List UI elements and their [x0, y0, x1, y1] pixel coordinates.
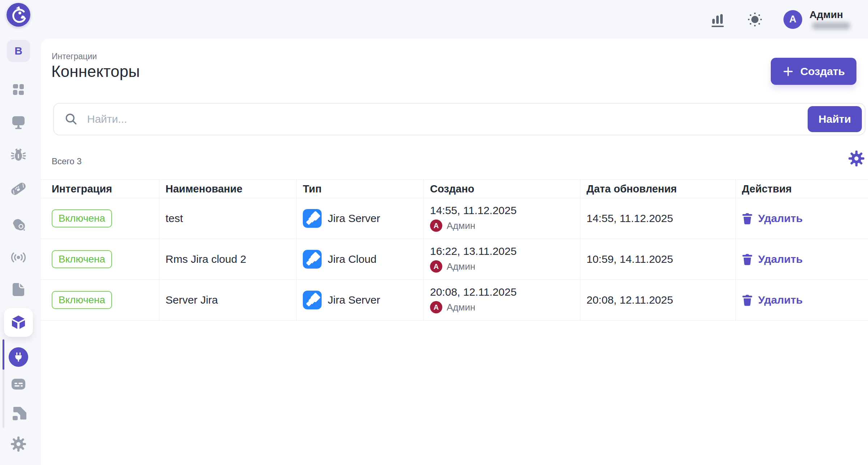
- user-name: Админ: [809, 10, 850, 20]
- col-header-created: Создано: [424, 179, 580, 198]
- theme-sun-icon[interactable]: [747, 11, 763, 28]
- dog-mascot-icon: [6, 3, 31, 27]
- delete-label: Удалить: [758, 294, 803, 306]
- col-header-type: Тип: [296, 179, 424, 198]
- sidebar-item-box[interactable]: [4, 308, 33, 337]
- sidebar-item-broadcast[interactable]: [10, 249, 26, 265]
- delete-button[interactable]: Удалить: [742, 294, 803, 306]
- sidebar-item-card[interactable]: [10, 375, 27, 393]
- search-input[interactable]: [87, 113, 808, 125]
- sidebar-item-dashboard[interactable]: [10, 82, 26, 97]
- table-settings-gear-icon[interactable]: [848, 150, 865, 169]
- trash-icon: [742, 294, 753, 306]
- col-header-actions: Действия: [735, 179, 868, 198]
- create-button-label: Создать: [800, 65, 845, 78]
- author-name: Админ: [447, 302, 475, 313]
- user-subtitle-redacted: [812, 22, 850, 29]
- user-menu[interactable]: A Админ: [783, 10, 850, 29]
- author: А Админ: [430, 220, 475, 232]
- trash-icon: [742, 212, 753, 225]
- bug-icon: [10, 147, 26, 163]
- author: А Админ: [430, 260, 475, 273]
- author-avatar: А: [430, 220, 442, 232]
- app-logo[interactable]: [6, 3, 31, 27]
- stats-icon[interactable]: [709, 11, 726, 28]
- jira-icon: [303, 209, 322, 228]
- connector-name: Server Jira: [159, 280, 296, 321]
- sidebar-item-plug-active[interactable]: [9, 347, 28, 367]
- topbar-right: A Админ: [709, 0, 850, 39]
- col-header-integration: Интеграция: [41, 179, 159, 198]
- user-avatar: A: [783, 10, 802, 29]
- plaster-paw-icon: [10, 180, 27, 197]
- monitor-icon: [10, 114, 26, 130]
- table-row: Включена test Jira Server 14:55, 11.12.2…: [41, 198, 868, 239]
- author: А Админ: [430, 301, 475, 313]
- search-icon: [64, 112, 78, 126]
- table-row: Включена Rms Jira cloud 2 Jira Cloud 16:…: [41, 239, 868, 280]
- connector-type: Jira Cloud: [328, 253, 377, 265]
- connector-type: Jira Server: [328, 294, 380, 306]
- breadcrumb[interactable]: Интеграции: [52, 52, 97, 61]
- col-header-name: Наименование: [159, 179, 296, 198]
- delete-button[interactable]: Удалить: [742, 253, 803, 265]
- plus-icon: [782, 66, 794, 77]
- connector-name: Rms Jira cloud 2: [159, 239, 296, 280]
- connector-name: test: [159, 198, 296, 239]
- document-icon: [10, 281, 27, 298]
- updated-date: 20:08, 12.11.2025: [586, 295, 673, 305]
- created-date: 14:55, 11.12.2025: [430, 205, 517, 216]
- col-header-updated: Дата обновления: [580, 179, 735, 198]
- broadcast-icon: [10, 249, 26, 265]
- author-avatar: А: [430, 301, 442, 313]
- sidebar-item-plaster[interactable]: [10, 180, 27, 197]
- created-date: 16:22, 13.11.2025: [430, 246, 517, 257]
- sidebar-item-monitor[interactable]: [10, 114, 26, 130]
- created-date: 20:08, 12.11.2025: [430, 287, 517, 297]
- author-name: Админ: [447, 220, 475, 231]
- scan-icon: [10, 216, 27, 233]
- page-title: Коннекторы: [51, 62, 140, 81]
- updated-date: 14:55, 11.12.2025: [586, 213, 673, 224]
- connectors-table: Интеграция Наименование Тип Создано Дата…: [41, 179, 868, 321]
- sidebar-item-settings[interactable]: [10, 436, 27, 452]
- delete-label: Удалить: [758, 212, 803, 225]
- sidebar: B: [0, 39, 41, 465]
- gear-icon: [10, 436, 27, 452]
- corner-icon: [10, 404, 27, 421]
- sidebar-item-scan[interactable]: [10, 216, 27, 233]
- search-bar: Найти: [53, 103, 865, 135]
- jira-icon: [303, 291, 322, 309]
- sidebar-item-document[interactable]: [10, 281, 27, 298]
- sidebar-item-bug[interactable]: [10, 147, 26, 163]
- sidebar-item-corner[interactable]: [10, 404, 27, 421]
- jira-icon: [303, 250, 322, 269]
- table-header-row: Интеграция Наименование Тип Создано Дата…: [41, 179, 868, 198]
- status-badge: Включена: [52, 250, 112, 268]
- box-icon: [10, 314, 27, 331]
- table-row: Включена Server Jira Jira Server 20:08, …: [41, 280, 868, 321]
- status-badge: Включена: [52, 209, 112, 227]
- status-badge: Включена: [52, 291, 112, 309]
- total-count: Всего 3: [52, 156, 82, 166]
- updated-date: 10:59, 14.11.2025: [586, 254, 673, 265]
- trash-icon: [742, 253, 753, 265]
- search-button[interactable]: Найти: [808, 106, 862, 132]
- delete-label: Удалить: [758, 253, 803, 265]
- main-panel: Интеграции Коннекторы Создать Найти Всег…: [41, 39, 868, 465]
- sidebar-scrollbar-thumb[interactable]: [3, 339, 4, 370]
- topbar: A Админ: [0, 0, 868, 39]
- workspace-button[interactable]: B: [7, 40, 30, 62]
- connector-type: Jira Server: [328, 212, 380, 225]
- plug-icon: [13, 352, 24, 362]
- create-button[interactable]: Создать: [771, 58, 856, 85]
- delete-button[interactable]: Удалить: [742, 212, 803, 225]
- author-name: Админ: [447, 261, 475, 272]
- subtitles-icon: [10, 375, 27, 393]
- author-avatar: А: [430, 260, 442, 273]
- dashboard-icon: [10, 82, 26, 97]
